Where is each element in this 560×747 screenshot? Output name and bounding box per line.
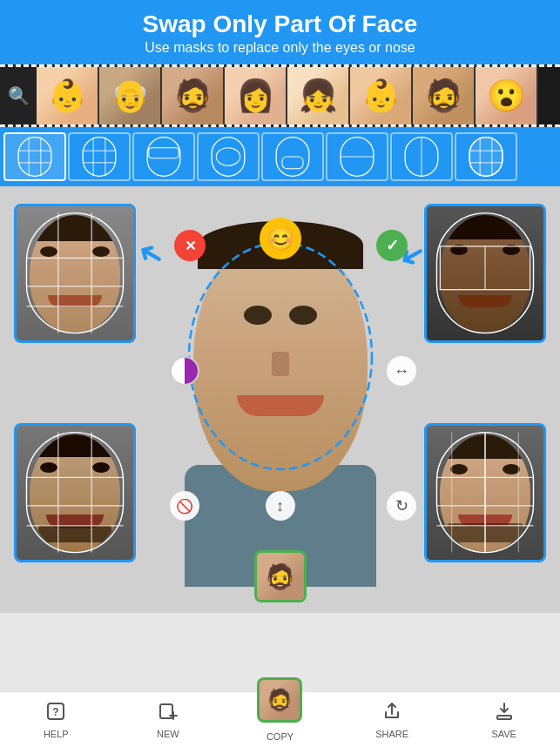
rotate-icon: ↻ (395, 496, 408, 515)
mask-icon-3 (143, 136, 185, 178)
mask-icon-6 (336, 136, 378, 178)
mask-item-3[interactable] (132, 132, 195, 181)
svg-rect-54 (497, 716, 511, 719)
close-button[interactable]: ✕ (174, 230, 206, 261)
help-label: HELP (44, 729, 69, 739)
help-icon: ? (45, 701, 66, 727)
hide-button[interactable]: 🚫 (170, 491, 199, 521)
new-label: NEW (157, 729, 179, 739)
panel-bottom-right[interactable] (424, 423, 546, 562)
eye-slash-icon: 🚫 (176, 498, 193, 515)
face-thumb-4[interactable]: 👩 (225, 64, 287, 127)
share-button[interactable]: SHARE (336, 692, 449, 747)
new-button[interactable]: NEW (112, 692, 225, 747)
svg-rect-21 (469, 138, 503, 177)
header-subtitle: Use masks to replace only the eyes or no… (14, 40, 546, 56)
swap-vertical-button[interactable]: ↕ (266, 491, 295, 521)
search-button[interactable]: 🔍 (0, 64, 37, 127)
share-icon (381, 701, 402, 727)
share-label: SHARE (375, 729, 408, 739)
copy-label: COPY (267, 731, 293, 742)
face-thumb-5[interactable]: 👧 (287, 64, 350, 127)
mask-item-1[interactable] (3, 132, 66, 181)
face-thumb-7[interactable]: 🧔 (413, 64, 476, 127)
help-button[interactable]: ? HELP (0, 692, 112, 747)
swap-h-icon: ↔ (394, 362, 409, 380)
header: Swap Only Part Of Face Use masks to repl… (0, 0, 560, 64)
mask-item-8[interactable] (455, 132, 517, 181)
svg-text:?: ? (53, 706, 59, 718)
rotate-button[interactable]: ↻ (387, 491, 416, 521)
mask-item-7[interactable] (390, 132, 453, 181)
bottom-thumbnail[interactable]: 🧔 (254, 550, 307, 602)
emoji-icon: 😊 (267, 225, 294, 252)
save-icon (494, 701, 515, 727)
svg-point-13 (216, 148, 240, 166)
svg-rect-5 (83, 138, 116, 177)
mask-icon-2 (78, 136, 120, 178)
face-thumb-1[interactable]: 👶 (37, 64, 99, 127)
mask-icon-4 (207, 136, 249, 178)
bottom-thumb-face: 🧔 (257, 553, 304, 600)
swap-horizontal-button[interactable]: ↔ (387, 356, 416, 386)
copy-thumbnail: 🧔 (257, 677, 302, 723)
mask-item-4[interactable] (197, 132, 260, 181)
face-strip-container: 🔍 👶 👴 🧔 👩 👧 👶 🧔 😮 (0, 64, 560, 127)
panel-top-left[interactable] (14, 204, 136, 343)
face-thumb-2[interactable]: 👴 (99, 64, 162, 127)
search-icon: 🔍 (8, 85, 30, 106)
svg-rect-15 (282, 157, 303, 169)
accept-icon: ✓ (386, 236, 399, 255)
mask-icon-7 (401, 136, 442, 178)
mask-icon-5 (272, 136, 314, 178)
copy-button[interactable]: 🧔 COPY (224, 692, 336, 747)
swap-v-icon: ↕ (276, 497, 284, 515)
save-label: SAVE (491, 729, 516, 739)
new-icon (158, 701, 179, 727)
svg-rect-11 (149, 148, 179, 158)
emoji-button[interactable]: 😊 (260, 218, 301, 259)
save-button[interactable]: SAVE (448, 692, 560, 747)
svg-rect-10 (147, 138, 180, 177)
mask-icon-8 (465, 136, 507, 178)
accept-button[interactable]: ✓ (376, 230, 408, 261)
face-strip[interactable]: 🔍 👶 👴 🧔 👩 👧 👶 🧔 😮 (0, 64, 560, 127)
panel-bottom-left[interactable] (14, 423, 136, 562)
mask-item-5[interactable] (261, 132, 324, 181)
svg-rect-0 (18, 138, 51, 177)
mask-strip[interactable] (0, 127, 560, 186)
mask-icon-1 (14, 136, 56, 178)
face-thumb-3[interactable]: 🧔 (162, 64, 225, 127)
mask-item-2[interactable] (68, 132, 131, 181)
face-thumb-8[interactable]: 😮 (476, 64, 538, 127)
toolbar: ? HELP NEW 🧔 COPY SHARE (0, 691, 560, 747)
face-thumb-6[interactable]: 👶 (350, 64, 413, 127)
main-editing-area[interactable]: ➜ ➜ (0, 186, 560, 613)
close-icon: ✕ (185, 238, 196, 254)
mask-item-6[interactable] (326, 132, 388, 181)
header-title: Swap Only Part Of Face (14, 10, 546, 38)
color-button[interactable] (170, 356, 199, 386)
panel-top-right[interactable] (424, 204, 546, 343)
